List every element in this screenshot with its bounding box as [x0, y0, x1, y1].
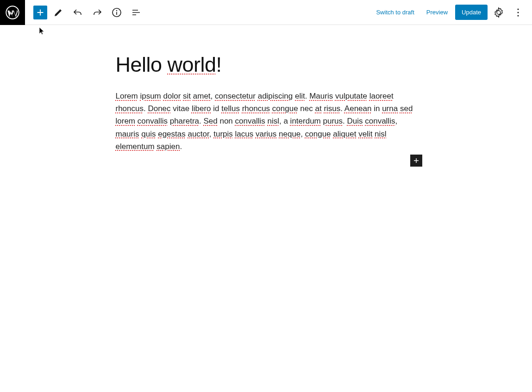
title-spell-word: world: [168, 53, 216, 76]
wordpress-icon: [6, 6, 19, 19]
svg-point-5: [517, 15, 519, 16]
info-icon: [111, 7, 122, 18]
svg-point-4: [517, 12, 519, 13]
svg-point-3: [517, 8, 519, 10]
toggle-block-inserter-button[interactable]: [33, 6, 47, 19]
svg-point-2: [116, 10, 117, 11]
undo-icon: [72, 7, 83, 18]
list-view-icon: [131, 7, 142, 18]
redo-icon: [92, 7, 103, 18]
settings-button[interactable]: [490, 4, 507, 21]
pencil-icon: [53, 7, 64, 18]
mouse-cursor-icon: [39, 27, 45, 35]
post-title[interactable]: Hello world!: [116, 53, 417, 77]
wordpress-logo[interactable]: [0, 0, 25, 25]
update-button[interactable]: Update: [455, 5, 488, 20]
outline-button[interactable]: [128, 4, 144, 21]
title-text: Hello: [116, 53, 168, 76]
undo-button[interactable]: [69, 4, 86, 21]
plus-icon: [412, 156, 421, 165]
preview-button[interactable]: Preview: [422, 6, 452, 19]
gear-icon: [493, 7, 504, 18]
editor-topbar: Switch to draft Preview Update: [0, 0, 532, 25]
redo-button[interactable]: [89, 4, 106, 21]
details-button[interactable]: [108, 4, 125, 21]
add-block-button[interactable]: [410, 155, 422, 167]
post-paragraph[interactable]: Lorem ipsum dolor sit amet, consectetur …: [116, 90, 417, 153]
plus-icon: [35, 7, 45, 18]
tools-button[interactable]: [50, 4, 67, 21]
editor-content: Hello world! Lorem ipsum dolor sit amet,…: [116, 53, 417, 153]
toolbar-right: Switch to draft Preview Update: [371, 4, 532, 21]
toolbar-left: [25, 4, 144, 21]
switch-to-draft-button[interactable]: Switch to draft: [371, 6, 419, 19]
more-vertical-icon: [513, 7, 524, 18]
options-button[interactable]: [510, 4, 526, 21]
title-text-suffix: !: [216, 53, 222, 76]
